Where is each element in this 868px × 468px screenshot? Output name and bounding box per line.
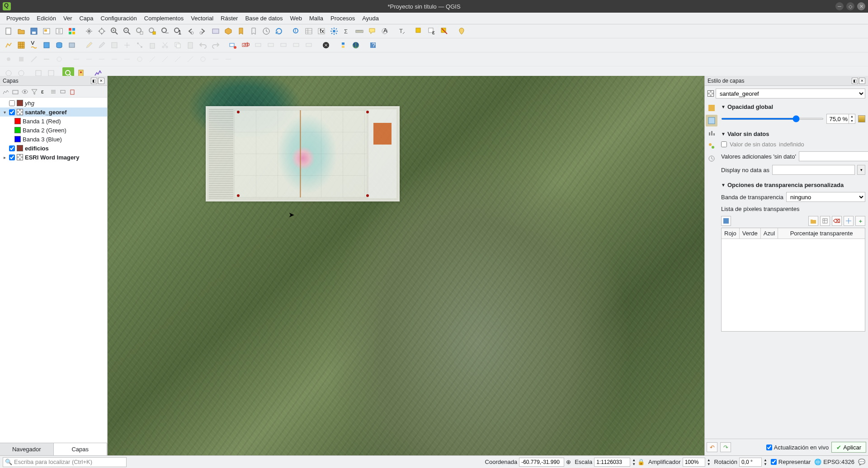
opacity-section-header[interactable]: ▼Opacidad global bbox=[721, 101, 865, 112]
layer-checkbox[interactable] bbox=[9, 100, 15, 106]
new-shapefile-button[interactable]: V bbox=[28, 39, 40, 51]
adv-dig-7[interactable] bbox=[146, 53, 158, 65]
undo-style-button[interactable]: ↶ bbox=[707, 442, 717, 452]
layer-expr-icon[interactable]: ε bbox=[40, 88, 48, 96]
measure-button[interactable] bbox=[354, 25, 365, 37]
save-edits-button[interactable] bbox=[96, 39, 108, 51]
trans-band-select[interactable]: ninguno bbox=[786, 192, 865, 202]
transparency-table[interactable]: Rojo Verde Azul Porcentaje transparente bbox=[721, 228, 865, 332]
save-project-button[interactable] bbox=[28, 25, 40, 37]
opacity-spinbox[interactable]: ▲▼ bbox=[826, 114, 855, 124]
th-green[interactable]: Verde bbox=[740, 228, 761, 239]
opacity-slider[interactable] bbox=[721, 118, 824, 120]
coord-input[interactable] bbox=[519, 458, 564, 467]
snapping-4[interactable] bbox=[41, 53, 52, 65]
node-tool-button[interactable] bbox=[134, 39, 146, 51]
location-filter-button[interactable] bbox=[456, 25, 467, 37]
menu-capa[interactable]: Capa bbox=[75, 15, 97, 22]
load-transparency-button[interactable] bbox=[808, 216, 818, 226]
layer-checkbox[interactable] bbox=[9, 154, 15, 160]
menu-basedatos[interactable]: Base de datos bbox=[241, 15, 286, 22]
custom-trans-section-header[interactable]: ▼Opciones de transparencia personalizada bbox=[721, 179, 865, 190]
th-percent[interactable]: Porcentaje transparente bbox=[778, 228, 865, 239]
lock-scale-icon[interactable]: 🔒 bbox=[637, 459, 645, 465]
adv-dig-13[interactable] bbox=[222, 53, 234, 65]
nodata-extra-input[interactable] bbox=[799, 151, 868, 161]
cut-button[interactable] bbox=[159, 39, 171, 51]
show-labels-button[interactable] bbox=[227, 39, 239, 51]
layer-checkbox[interactable] bbox=[9, 109, 15, 115]
new-virtual-button[interactable] bbox=[66, 39, 78, 51]
rotation-input[interactable] bbox=[739, 458, 762, 467]
menu-malla[interactable]: Malla bbox=[306, 15, 327, 22]
select-features-button[interactable] bbox=[413, 25, 425, 37]
new-geopackage-button[interactable] bbox=[41, 39, 52, 51]
layer-band-row[interactable]: Banda 2 (Green) bbox=[0, 126, 107, 135]
processing-toolbox-button[interactable] bbox=[328, 25, 340, 37]
label-tool-4[interactable] bbox=[290, 39, 302, 51]
show-bookmarks-button[interactable] bbox=[248, 25, 259, 37]
adv-dig-2[interactable] bbox=[83, 53, 95, 65]
adv-dig-10[interactable] bbox=[184, 53, 196, 65]
add-entry-button[interactable]: ＋ bbox=[855, 216, 865, 226]
label-tool-3[interactable] bbox=[278, 39, 289, 51]
tab-capas[interactable]: Capas bbox=[54, 443, 108, 455]
new-map-view-button[interactable] bbox=[210, 25, 222, 37]
zoom-in-button[interactable] bbox=[108, 25, 120, 37]
opacity-value-input[interactable] bbox=[827, 116, 849, 122]
snapping-2[interactable] bbox=[15, 53, 27, 65]
style-layer-combo[interactable]: santafe_georef bbox=[716, 89, 865, 98]
text-annotation-button[interactable]: T bbox=[396, 25, 408, 37]
window-minimize-button[interactable]: ─ bbox=[835, 2, 844, 10]
snapping-1[interactable] bbox=[3, 53, 14, 65]
select-by-expr-button[interactable]: ε bbox=[426, 25, 438, 37]
zoom-next-button[interactable] bbox=[197, 25, 209, 37]
plugins-button[interactable] bbox=[350, 39, 362, 51]
layer-row-santafe[interactable]: ▾ santafe_georef bbox=[0, 108, 107, 117]
redo-style-button[interactable]: ↷ bbox=[720, 442, 731, 452]
delete-entry-button[interactable]: ⌫ bbox=[832, 216, 842, 226]
adv-dig-11[interactable] bbox=[197, 53, 209, 65]
adv-dig-6[interactable] bbox=[134, 53, 146, 65]
osm-download-button[interactable] bbox=[320, 39, 332, 51]
layer-checkbox[interactable] bbox=[9, 145, 15, 151]
crs-label[interactable]: EPSG:4326 bbox=[823, 459, 854, 465]
th-red[interactable]: Rojo bbox=[722, 228, 740, 239]
expand-toggle[interactable]: ▾ bbox=[2, 110, 7, 115]
layer-collapse-icon[interactable] bbox=[59, 88, 67, 96]
snapping-3[interactable] bbox=[28, 53, 40, 65]
map-canvas[interactable]: ➤ bbox=[108, 76, 704, 455]
crs-icon[interactable]: 🌐 bbox=[814, 459, 821, 465]
layer-row-esri[interactable]: ▸ ESRI Word Imagery bbox=[0, 153, 107, 162]
layer-row-edificios[interactable]: edificios bbox=[0, 144, 107, 153]
layer-band-row[interactable]: Banda 1 (Red) bbox=[0, 117, 107, 126]
default-transparency-button[interactable] bbox=[820, 216, 830, 226]
menu-ayuda[interactable]: Ayuda bbox=[359, 15, 382, 22]
identify-button[interactable]: i bbox=[290, 25, 302, 37]
menu-procesos[interactable]: Procesos bbox=[327, 15, 359, 22]
transparency-tab[interactable] bbox=[706, 115, 717, 126]
new-print-layout-button[interactable] bbox=[41, 25, 52, 37]
label-tool-5[interactable] bbox=[303, 39, 315, 51]
new-spatialite-button[interactable] bbox=[53, 39, 65, 51]
adv-dig-8[interactable] bbox=[159, 53, 171, 65]
nodata-checkbox[interactable] bbox=[721, 141, 727, 147]
deselect-button[interactable] bbox=[439, 25, 450, 37]
style-panel-detach[interactable]: ◧ bbox=[852, 78, 858, 84]
display-nodata-dropdown[interactable]: ▾ bbox=[857, 165, 865, 175]
save-transparency-button[interactable] bbox=[721, 216, 731, 226]
move-feature-button[interactable] bbox=[121, 39, 133, 51]
attributes-table-button[interactable] bbox=[303, 25, 315, 37]
temporal-button[interactable] bbox=[260, 25, 272, 37]
expand-toggle[interactable]: ▸ bbox=[2, 155, 7, 160]
help-button[interactable]: ? bbox=[367, 39, 379, 51]
python-console-button[interactable] bbox=[337, 39, 349, 51]
data-defined-button[interactable] bbox=[858, 115, 865, 122]
statistics-button[interactable]: Σ bbox=[341, 25, 353, 37]
style-panel-close[interactable]: ✕ bbox=[859, 78, 865, 84]
zoom-layer-button[interactable] bbox=[159, 25, 171, 37]
histogram-tab[interactable] bbox=[706, 127, 717, 139]
layer-remove-icon[interactable] bbox=[68, 88, 76, 96]
window-close-button[interactable]: ✕ bbox=[857, 2, 865, 10]
zoom-last-button[interactable] bbox=[184, 25, 196, 37]
